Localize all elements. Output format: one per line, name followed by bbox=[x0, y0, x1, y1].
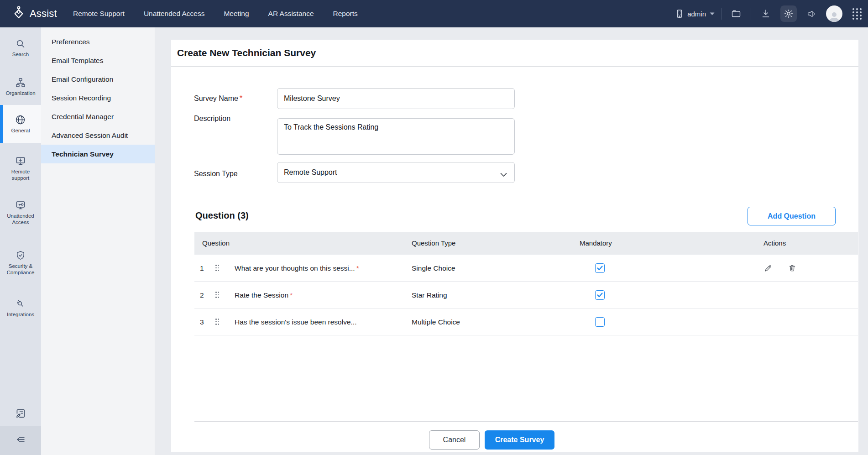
rail-item-label: Remote support bbox=[5, 168, 36, 181]
settings-item-credential-manager[interactable]: Credential Manager bbox=[41, 107, 155, 126]
download-icon bbox=[761, 9, 771, 19]
drag-handle-icon[interactable] bbox=[215, 292, 220, 298]
user-org-label: admin bbox=[687, 10, 706, 18]
nav-ar-assistance[interactable]: AR Assistance bbox=[268, 10, 314, 18]
question-type: Star Rating bbox=[412, 282, 447, 309]
rail-item-label: Unattended Access bbox=[3, 213, 38, 225]
feedback-button[interactable] bbox=[0, 403, 41, 426]
required-asterisk: * bbox=[290, 291, 293, 299]
drag-handle-icon[interactable] bbox=[215, 265, 220, 271]
survey-name-label: Survey Name* bbox=[194, 94, 242, 103]
files-button[interactable] bbox=[728, 5, 744, 22]
org-switcher[interactable]: admin bbox=[675, 9, 715, 18]
divider bbox=[721, 8, 722, 20]
add-question-button[interactable]: Add Question bbox=[748, 207, 836, 225]
required-asterisk: * bbox=[240, 94, 242, 102]
create-survey-button[interactable]: Create Survey bbox=[485, 430, 554, 450]
column-header-actions: Actions bbox=[763, 232, 786, 255]
monitor-key-icon bbox=[15, 200, 26, 211]
column-header-mandatory: Mandatory bbox=[580, 232, 612, 255]
question-type: Single Choice bbox=[412, 255, 455, 282]
announcements-button[interactable] bbox=[803, 5, 820, 22]
shield-check-icon bbox=[15, 250, 26, 261]
table-row: 2 Rate the Session* Star Rating bbox=[194, 282, 858, 309]
cancel-button[interactable]: Cancel bbox=[429, 430, 480, 450]
settings-item-advanced-session-audit[interactable]: Advanced Session Audit bbox=[41, 126, 155, 145]
rail-item-label: Search bbox=[12, 51, 29, 58]
primary-nav: Remote Support Unattended Access Meeting… bbox=[73, 0, 358, 27]
globe-icon bbox=[15, 114, 26, 126]
settings-menu: Preferences Email Templates Email Config… bbox=[41, 27, 155, 163]
mandatory-checkbox[interactable] bbox=[595, 263, 605, 273]
avatar[interactable] bbox=[826, 5, 842, 22]
rail-item-label: General bbox=[11, 127, 30, 134]
settings-button[interactable] bbox=[780, 5, 797, 22]
delete-icon[interactable] bbox=[788, 264, 796, 272]
session-type-select[interactable]: Remote Support bbox=[277, 162, 515, 183]
org-chart-icon bbox=[15, 77, 26, 88]
downloads-button[interactable] bbox=[758, 5, 774, 22]
collapse-rail-button[interactable] bbox=[0, 426, 41, 455]
mandatory-checkbox[interactable] bbox=[595, 317, 605, 327]
row-number: 1 bbox=[200, 255, 204, 282]
rail-item-label: Organization bbox=[5, 90, 35, 96]
row-number: 2 bbox=[200, 282, 204, 309]
description-label: Description bbox=[194, 115, 230, 123]
settings-item-preferences[interactable]: Preferences bbox=[41, 32, 155, 51]
folder-icon bbox=[731, 9, 741, 18]
session-type-label: Session Type bbox=[194, 170, 238, 178]
row-number: 3 bbox=[200, 309, 204, 335]
rail-item-search[interactable]: Search bbox=[0, 36, 41, 60]
rail-item-integrations[interactable]: Integrations bbox=[0, 296, 41, 320]
left-rail: Search Organization bbox=[0, 27, 41, 455]
question-text: What are your thoughts on this sessi...* bbox=[235, 255, 359, 282]
page-title: Create New Technician Survey bbox=[177, 40, 316, 66]
edit-icon[interactable] bbox=[764, 264, 773, 272]
survey-name-input[interactable] bbox=[277, 88, 515, 109]
question-text: Has the session's issue been resolve... bbox=[235, 309, 358, 335]
drag-handle-icon[interactable] bbox=[215, 319, 220, 325]
plug-icon bbox=[15, 298, 26, 309]
row-actions bbox=[764, 255, 796, 282]
question-type: Multiple Choice bbox=[412, 309, 460, 335]
brand[interactable]: Assist bbox=[12, 0, 57, 27]
rail-item-security-compliance[interactable]: Security & Compliance bbox=[0, 247, 41, 278]
divider bbox=[171, 66, 858, 67]
divider bbox=[751, 8, 751, 20]
description-input[interactable]: To Track the Sessions Rating bbox=[277, 118, 515, 155]
required-asterisk: * bbox=[356, 264, 359, 272]
rail-item-remote-support[interactable]: Remote support bbox=[0, 153, 41, 184]
rail-item-unattended-access[interactable]: Unattended Access bbox=[0, 197, 41, 228]
column-header-question: Question bbox=[202, 232, 230, 255]
navbar-right-tools: admin bbox=[675, 0, 868, 27]
nav-remote-support[interactable]: Remote Support bbox=[73, 10, 125, 18]
settings-item-email-configuration[interactable]: Email Configuration bbox=[41, 70, 155, 89]
nav-unattended-access[interactable]: Unattended Access bbox=[144, 10, 205, 18]
settings-item-session-recording[interactable]: Session Recording bbox=[41, 89, 155, 107]
settings-sidebar: Preferences Email Templates Email Config… bbox=[41, 27, 155, 455]
table-row: 1 What are your thoughts on this sessi..… bbox=[194, 255, 858, 282]
chevron-down-icon bbox=[710, 12, 715, 16]
main-area: Create New Technician Survey Survey Name… bbox=[155, 27, 868, 455]
app-root: Assist Remote Support Unattended Access … bbox=[0, 0, 868, 455]
nav-meeting[interactable]: Meeting bbox=[224, 10, 249, 18]
questions-table-header: Question Question Type Mandatory Actions bbox=[194, 232, 858, 255]
questions-heading: Question (3) bbox=[195, 210, 249, 221]
question-text: Rate the Session* bbox=[235, 282, 293, 309]
rail-item-organization[interactable]: Organization bbox=[0, 74, 41, 99]
brand-name: Assist bbox=[30, 8, 57, 20]
settings-item-email-templates[interactable]: Email Templates bbox=[41, 51, 155, 70]
monitor-plus-icon bbox=[15, 156, 26, 167]
rail-item-general[interactable]: General bbox=[0, 105, 41, 143]
create-survey-card: Create New Technician Survey Survey Name… bbox=[171, 40, 858, 452]
settings-item-technician-survey[interactable]: Technician Survey bbox=[41, 145, 155, 163]
assist-logo-icon bbox=[12, 5, 26, 22]
table-row: 3 Has the session's issue been resolve..… bbox=[194, 309, 858, 335]
apps-grid-icon[interactable] bbox=[849, 5, 865, 22]
nav-reports[interactable]: Reports bbox=[333, 10, 358, 18]
divider bbox=[194, 421, 858, 422]
column-header-question-type: Question Type bbox=[412, 232, 455, 255]
questions-table: Question Question Type Mandatory Actions… bbox=[194, 232, 858, 335]
mandatory-checkbox[interactable] bbox=[595, 290, 605, 300]
collapse-menu-icon bbox=[15, 434, 26, 447]
